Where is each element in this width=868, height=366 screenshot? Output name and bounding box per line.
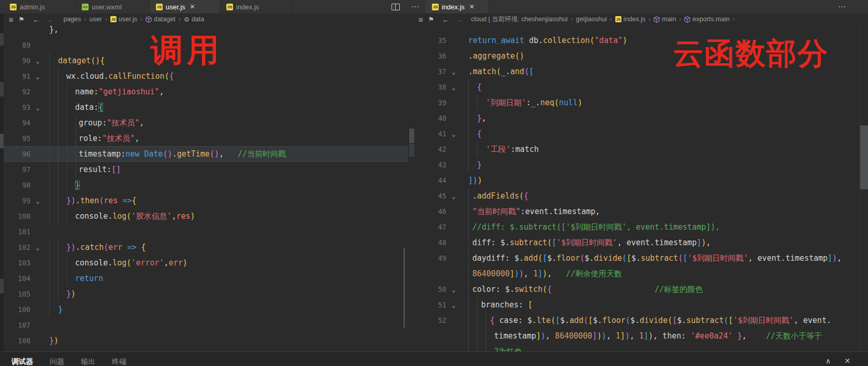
line-gutter: 107 xyxy=(4,317,49,333)
code-text: return await db.collection("data") xyxy=(468,33,627,48)
line-gutter: 93⌄ xyxy=(4,100,49,115)
indent-guides xyxy=(468,110,477,126)
indent-guides xyxy=(49,100,75,115)
breadcrumb-separator: › xyxy=(179,16,181,23)
code-text: diff: $.subtract(['$到期日时间戳', event.times… xyxy=(468,235,711,250)
breadcrumb-item-3[interactable]: main xyxy=(654,16,676,23)
panel-maximize-icon[interactable]: ∧ xyxy=(826,357,831,365)
indent-guides xyxy=(468,126,477,142)
fold-chevron-icon[interactable]: ⌄ xyxy=(446,83,468,91)
bookmark-icon[interactable]: ⚑ xyxy=(428,16,435,23)
panel-tab-终端[interactable]: 终端 xyxy=(112,357,126,366)
line-number: 104 xyxy=(4,274,31,283)
code-text: return xyxy=(49,271,103,286)
split-editor-button[interactable] xyxy=(392,0,400,13)
code-line: timestamp]), 86400000])), 1]), 1]), then… xyxy=(414,328,868,344)
forward-arrow-icon[interactable]: → xyxy=(45,15,53,24)
panel-tab-调试器[interactable]: 调试器 xyxy=(11,357,33,366)
tab-group-left: JSadmin.js<>user.wxmlJSuser.js✕JSindex.j… xyxy=(4,0,293,13)
code-text: daydiff: $.add([$.floor($.divide([$.subt… xyxy=(468,250,842,266)
right-group-more-actions[interactable]: ⋯ xyxy=(838,0,846,13)
breadcrumb-separator: › xyxy=(679,16,681,23)
breadcrumb-item-1[interactable]: user xyxy=(89,16,102,23)
indent-guides xyxy=(468,266,472,281)
breadcrumb-item-2[interactable]: JSuser.js xyxy=(110,16,137,23)
code-text: wx.cloud.callFunction({ xyxy=(49,68,174,84)
breadcrumb-right: ≡ ⚑ ← → cloud | 当前环境: cheshenjiaoshui›ge… xyxy=(414,13,868,25)
code-editor-user-js[interactable]: },8990⌄dataget(){91⌄wx.cloud.callFunctio… xyxy=(4,25,408,351)
code-line: 100console.log('胶水信息',res) xyxy=(4,208,408,224)
fold-chevron-icon[interactable]: ⌄ xyxy=(31,244,49,251)
code-line: 39'到期日期':_.neq(null) xyxy=(414,95,868,110)
breadcrumb-item-1[interactable]: getjiaoshui xyxy=(576,16,607,23)
code-text: console.log('胶水信息',res) xyxy=(49,208,195,224)
code-line: 38⌄{ xyxy=(414,79,868,95)
fold-chevron-icon[interactable]: ⌄ xyxy=(446,192,468,200)
code-text: //diff: $.subtract(['$到期日时间戳', event.tim… xyxy=(468,219,720,235)
panel-tab-问题[interactable]: 问题 xyxy=(50,357,64,366)
code-line: 107 xyxy=(4,317,408,333)
code-line: 49daydiff: $.add([$.floor($.divide([$.su… xyxy=(414,250,868,266)
forward-arrow-icon[interactable]: → xyxy=(455,15,462,24)
indent-guides xyxy=(49,131,79,146)
breadcrumb-item-4[interactable]: exports.main xyxy=(684,16,730,23)
breadcrumb-item-0[interactable]: pages xyxy=(63,16,81,23)
left-editor-scrollbar[interactable] xyxy=(403,248,405,328)
editor-group-divider[interactable] xyxy=(408,25,414,351)
line-number: 94 xyxy=(4,119,31,127)
tab-user-wxml[interactable]: <>user.wxml xyxy=(76,0,150,13)
code-editor-index-js[interactable]: 35return await db.collection("data")···3… xyxy=(414,25,868,351)
outline-list-icon[interactable]: ≡ xyxy=(9,15,13,24)
tab-user-js[interactable]: JSuser.js✕ xyxy=(150,0,220,13)
code-text: }) xyxy=(49,333,59,348)
right-editor-scrollbar-track[interactable] xyxy=(859,25,868,351)
fold-chevron-icon[interactable]: ⌄ xyxy=(31,57,49,65)
tab-close-icon[interactable]: ✕ xyxy=(190,4,195,10)
back-arrow-icon[interactable]: ← xyxy=(442,15,450,24)
indent-guides xyxy=(468,219,472,235)
tab-index-js[interactable]: JSindex.js xyxy=(220,0,293,13)
left-group-more-actions[interactable]: ⋯ xyxy=(411,0,419,13)
bottom-panel: 调试器问题输出终端 ∧ ✕ xyxy=(0,351,868,366)
line-gutter: 90⌄ xyxy=(4,53,49,68)
code-line: 97result:[] xyxy=(4,162,408,177)
code-text: ])) xyxy=(468,173,482,188)
back-arrow-icon[interactable]: ← xyxy=(32,15,40,24)
panel-close-icon[interactable]: ✕ xyxy=(844,357,850,365)
breadcrumb-label: cloud | 当前环境: cheshenjiaoshui xyxy=(471,15,568,24)
tab-close-icon[interactable]: ✕ xyxy=(469,4,474,10)
panel-tab-输出[interactable]: 输出 xyxy=(81,357,95,366)
code-text: dataget(){ xyxy=(49,53,105,68)
wxml-file-icon: <> xyxy=(82,4,89,10)
fold-chevron-icon[interactable]: ⌄ xyxy=(446,68,468,76)
code-line: 108}) xyxy=(4,333,408,348)
tab-index-js[interactable]: JSindex.js✕ xyxy=(426,0,489,13)
tab-label: index.js xyxy=(236,3,259,11)
breadcrumb-item-2[interactable]: JSindex.js xyxy=(615,16,645,23)
breadcrumb-item-4[interactable]: ⚙data xyxy=(184,16,205,23)
breadcrumb-item-3[interactable]: dataget xyxy=(146,16,176,23)
line-gutter: 92 xyxy=(4,84,49,100)
fold-chevron-icon[interactable]: ⌄ xyxy=(446,130,468,138)
code-line: 106} xyxy=(4,302,408,317)
fold-chevron-icon[interactable]: ⌄ xyxy=(31,197,49,205)
line-number: 91 xyxy=(4,72,31,80)
code-line: 40}, xyxy=(414,110,868,126)
tab-group-right: JSindex.js✕ xyxy=(426,0,489,13)
code-line: 98} xyxy=(4,177,408,193)
outline-list-icon[interactable]: ≡ xyxy=(418,15,423,24)
right-editor-scrollbar-slider[interactable] xyxy=(860,125,868,189)
line-number: 97 xyxy=(4,165,31,174)
line-number: 46 xyxy=(414,207,446,216)
fold-chevron-icon[interactable]: ⌄ xyxy=(31,73,49,80)
bookmark-icon[interactable]: ⚑ xyxy=(19,16,25,23)
line-number: 52 xyxy=(414,316,446,325)
tab-admin-js[interactable]: JSadmin.js xyxy=(4,0,76,13)
line-number: 92 xyxy=(4,88,31,96)
breadcrumb-item-0[interactable]: cloud | 当前环境: cheshenjiaoshui xyxy=(471,15,568,24)
fold-chevron-icon[interactable]: ⌄ xyxy=(446,301,468,309)
fold-chevron-icon[interactable]: ⌄ xyxy=(446,286,468,293)
more-actions-icon: ⋯ xyxy=(411,2,419,11)
fold-chevron-icon[interactable]: ⌄ xyxy=(31,104,49,111)
line-number: 50 xyxy=(414,285,446,293)
